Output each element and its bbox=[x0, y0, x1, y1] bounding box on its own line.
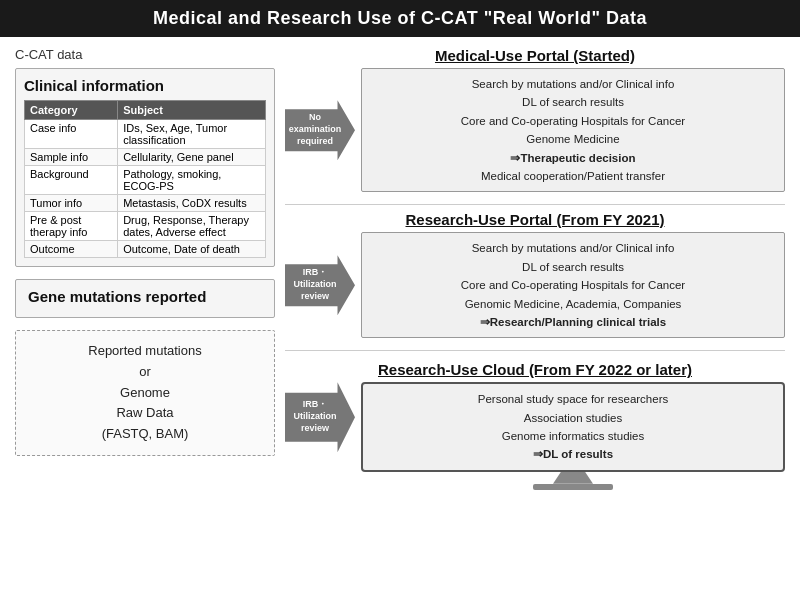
left-panel: C-CAT data Clinical information Category… bbox=[15, 47, 275, 573]
info-line: Medical cooperation/Patient transfer bbox=[372, 167, 774, 185]
table-cell: Pathology, smoking, ECOG-PS bbox=[118, 166, 266, 195]
info-line: DL of search results bbox=[372, 93, 774, 111]
raw-data-line1: Reported mutations bbox=[21, 341, 269, 362]
portal1-content-row: No examination required Search by mutati… bbox=[285, 68, 785, 192]
raw-data-line4: Raw Data bbox=[21, 403, 269, 424]
info-line: ⇒DL of results bbox=[373, 445, 773, 463]
page-title: Medical and Research Use of C-CAT "Real … bbox=[0, 0, 800, 37]
portal1-section: Medical-Use Portal (Started) No examinat… bbox=[285, 47, 785, 192]
ccat-data-label: C-CAT data bbox=[15, 47, 275, 62]
portal3-arrow: IRB・Utilization review bbox=[285, 382, 355, 452]
portal2-info-box: Search by mutations and/or Clinical info… bbox=[361, 232, 785, 338]
right-panel: Medical-Use Portal (Started) No examinat… bbox=[285, 47, 785, 573]
table-cell: Outcome bbox=[25, 241, 118, 258]
raw-data-line5: (FASTQ, BAM) bbox=[21, 424, 269, 445]
portal3-arrow-label: IRB・Utilization review bbox=[285, 400, 345, 435]
info-line: Search by mutations and/or Clinical info bbox=[372, 75, 774, 93]
portal2-title: Research-Use Portal (From FY 2021) bbox=[285, 211, 785, 228]
info-line: Personal study space for researchers bbox=[373, 390, 773, 408]
raw-data-line3: Genome bbox=[21, 383, 269, 404]
portal3-content-row: IRB・Utilization review Personal study sp… bbox=[285, 382, 785, 490]
info-line: Core and Co-operating Hospitals for Canc… bbox=[372, 112, 774, 130]
col-header-subject: Subject bbox=[118, 101, 266, 120]
info-line: Genomic Medicine, Academia, Companies bbox=[372, 295, 774, 313]
info-line: Genome informatics studies bbox=[373, 427, 773, 445]
gene-mutations-title: Gene mutations reported bbox=[28, 288, 262, 305]
portal3-title: Research-Use Cloud (From FY 2022 or late… bbox=[285, 361, 785, 378]
info-line: ⇒Research/Planning clinical trials bbox=[372, 313, 774, 331]
info-line: Genome Medicine bbox=[372, 130, 774, 148]
raw-data-box: Reported mutations or Genome Raw Data (F… bbox=[15, 330, 275, 456]
portal1-arrow: No examination required bbox=[285, 100, 355, 160]
info-line: Core and Co-operating Hospitals for Canc… bbox=[372, 276, 774, 294]
monitor-base bbox=[533, 484, 613, 490]
gene-mutations-box: Gene mutations reported bbox=[15, 279, 275, 318]
portal2-section: Research-Use Portal (From FY 2021) IRB・U… bbox=[285, 211, 785, 338]
portal3-monitor-screen: Personal study space for researchersAsso… bbox=[361, 382, 785, 472]
table-cell: Sample info bbox=[25, 149, 118, 166]
portal1-arrow-label: No examination required bbox=[285, 113, 345, 148]
col-header-category: Category bbox=[25, 101, 118, 120]
table-cell: Drug, Response, Therapy dates, Adverse e… bbox=[118, 212, 266, 241]
monitor-stand bbox=[553, 472, 593, 484]
table-cell: Outcome, Date of death bbox=[118, 241, 266, 258]
portal3-monitor-col: Personal study space for researchersAsso… bbox=[361, 382, 785, 490]
info-line: DL of search results bbox=[372, 258, 774, 276]
table-cell: Tumor info bbox=[25, 195, 118, 212]
portal3-section: Research-Use Cloud (From FY 2022 or late… bbox=[285, 361, 785, 490]
portal2-arrow-label: IRB・Utilization review bbox=[285, 268, 345, 303]
portal2-content-row: IRB・Utilization review Search by mutatio… bbox=[285, 232, 785, 338]
table-cell: Case info bbox=[25, 120, 118, 149]
info-line: Association studies bbox=[373, 409, 773, 427]
clinical-info-box: Clinical information Category Subject Ca… bbox=[15, 68, 275, 267]
clinical-table: Category Subject Case infoIDs, Sex, Age,… bbox=[24, 100, 266, 258]
clinical-info-title: Clinical information bbox=[24, 77, 266, 94]
table-cell: Pre & post therapy info bbox=[25, 212, 118, 241]
table-cell: IDs, Sex, Age, Tumor classification bbox=[118, 120, 266, 149]
portal2-arrow: IRB・Utilization review bbox=[285, 255, 355, 315]
table-cell: Background bbox=[25, 166, 118, 195]
table-cell: Metastasis, CoDX results bbox=[118, 195, 266, 212]
info-line: Search by mutations and/or Clinical info bbox=[372, 239, 774, 257]
table-cell: Cellularity, Gene panel bbox=[118, 149, 266, 166]
portal1-info-box: Search by mutations and/or Clinical info… bbox=[361, 68, 785, 192]
raw-data-line2: or bbox=[21, 362, 269, 383]
info-line: ⇒Therapeutic decision bbox=[372, 149, 774, 167]
portal1-title: Medical-Use Portal (Started) bbox=[285, 47, 785, 64]
